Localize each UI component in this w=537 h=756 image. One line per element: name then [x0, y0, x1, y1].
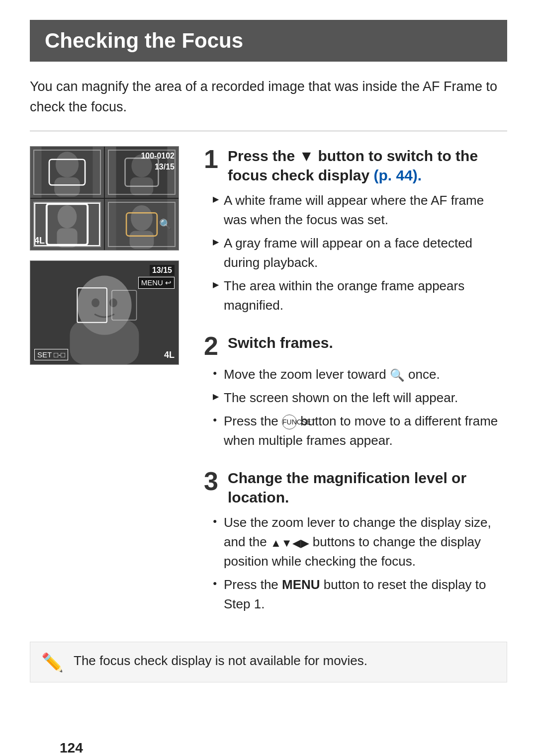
magnify-icon: 🔍 — [390, 366, 405, 384]
step1-bullet-2: A gray frame will appear on a face detec… — [213, 234, 507, 272]
intro-text: You can magnify the area of a recorded i… — [30, 77, 507, 117]
svg-rect-8 — [42, 199, 93, 250]
photo-cell-1 — [30, 147, 104, 198]
step1-block: 1 Press the ▼ button to switch to the fo… — [204, 146, 507, 315]
svg-point-20 — [109, 298, 117, 307]
step3-header: 3 Change the magnification level or loca… — [204, 468, 507, 507]
image2-bottom-left: 4L — [164, 350, 175, 360]
left-column: 100-0102 13/15 🔍 4L — [30, 146, 184, 632]
svg-rect-11 — [47, 204, 88, 245]
step2-block: 2 Switch frames. Move the zoom lever tow… — [204, 333, 507, 450]
svg-point-18 — [77, 276, 131, 335]
svg-rect-0 — [42, 147, 93, 198]
step1-bullets: A white frame will appear where the AF f… — [204, 191, 507, 315]
image2-set-bar: SET □-□ — [34, 349, 68, 360]
face-svg-3 — [30, 199, 104, 250]
func-icon: FUNCSET — [282, 415, 297, 429]
content-area: 100-0102 13/15 🔍 4L — [30, 146, 507, 632]
step2-number: 2 — [204, 333, 221, 359]
step1-number: 1 — [204, 146, 221, 172]
photo-cell-3 — [30, 199, 104, 250]
step1-link: (p. 44). — [373, 167, 422, 183]
svg-rect-6 — [130, 177, 153, 195]
svg-rect-10 — [57, 228, 77, 248]
direction-arrows: ▲▼◀▶ — [270, 535, 309, 551]
svg-rect-15 — [126, 213, 157, 236]
step2-bullet-3: Press the FUNCSET button to move to a di… — [213, 412, 507, 450]
page-number: 124 — [60, 740, 83, 756]
page-title-box: Checking the Focus — [30, 20, 507, 62]
step1-title: Press the ▼ button to switch to the focu… — [228, 146, 507, 185]
step1-image: 100-0102 13/15 🔍 4L — [30, 146, 179, 251]
step2-header: 2 Switch frames. — [204, 333, 507, 359]
svg-rect-14 — [130, 231, 154, 249]
svg-rect-3 — [49, 160, 85, 185]
step2-bullet-2: The screen shown on the left will appear… — [213, 388, 507, 408]
step3-number: 3 — [204, 468, 221, 494]
svg-point-1 — [56, 152, 79, 177]
image1-zoom-icon: 🔍 — [159, 218, 172, 230]
note-icon: ✏️ — [41, 652, 64, 673]
step2-bullet-1: Move the zoom lever toward 🔍 once. — [213, 365, 507, 384]
svg-point-13 — [131, 205, 153, 231]
svg-rect-2 — [54, 177, 80, 197]
step3-block: 3 Change the magnification level or loca… — [204, 468, 507, 614]
step2-title: Switch frames. — [228, 333, 333, 352]
svg-point-19 — [91, 298, 99, 307]
step3-bullet-2: Press the MENU button to reset the displ… — [213, 575, 507, 614]
section-divider — [30, 131, 507, 131]
page-title: Checking the Focus — [45, 29, 492, 53]
image2-menu-bar: MENU ↩ — [138, 277, 175, 289]
note-box: ✏️ The focus check display is not availa… — [30, 642, 507, 682]
step1-header: 1 Press the ▼ button to switch to the fo… — [204, 146, 507, 185]
image1-overlay-top: 100-0102 13/15 — [141, 151, 175, 173]
step1-bullet-3: The area within the orange frame appears… — [213, 276, 507, 315]
note-text: The focus check display is not available… — [74, 651, 367, 671]
face-svg-1 — [30, 147, 104, 198]
step2-image: 13/15 MENU ↩ SET □-□ 4L — [30, 260, 179, 365]
image2-overlay-top: 13/15 — [150, 265, 175, 276]
menu-label: MENU — [282, 577, 320, 592]
step1-bullet-1: A white frame will appear where the AF f… — [213, 191, 507, 230]
step1-symbol: ▼ — [299, 148, 318, 164]
svg-point-9 — [58, 205, 77, 228]
step3-bullet-1: Use the zoom lever to change the display… — [213, 513, 507, 571]
right-column: 1 Press the ▼ button to switch to the fo… — [204, 146, 507, 632]
step3-title: Change the magnification level or locati… — [228, 468, 507, 507]
step3-bullets: Use the zoom lever to change the display… — [204, 513, 507, 614]
step2-bullets: Move the zoom lever toward 🔍 once. The s… — [204, 365, 507, 450]
